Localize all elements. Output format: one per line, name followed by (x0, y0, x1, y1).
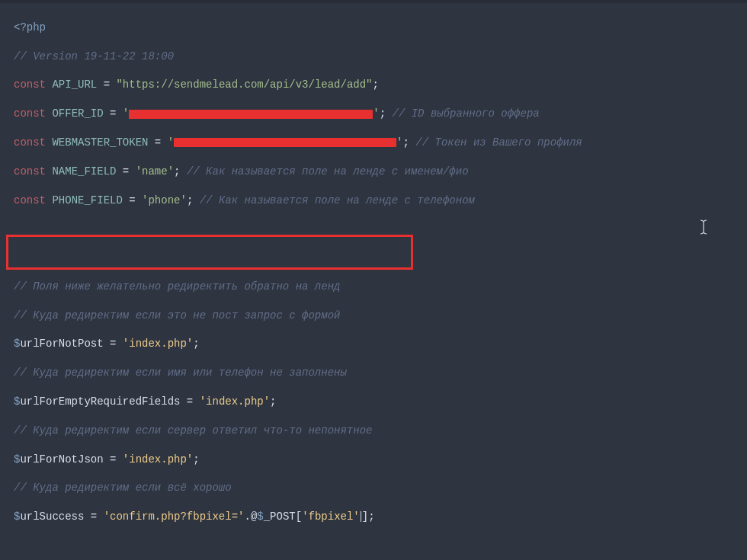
comment-name-field: // Как называется поле на ленде с именем… (187, 165, 469, 178)
var-post: _POST (264, 510, 296, 523)
comment-success: // Куда редиректим если всё хорошо (14, 482, 232, 494)
comment-empty: // Куда редиректим если имя или телефон … (14, 366, 347, 379)
comment-version: // Version 19-11-22 18:00 (14, 50, 174, 62)
const-name-field: NAME_FIELD (52, 165, 116, 178)
const-offer-id: OFFER_ID (52, 107, 103, 120)
var-urlfornotjson: urlForNotJson (20, 453, 103, 466)
const-phone-field: PHONE_FIELD (52, 194, 122, 206)
str-quote: ' (373, 107, 379, 120)
var-urlfornotpost: urlForNotPost (20, 338, 103, 350)
comment-redirect: // Поля ниже желательно редиректить обра… (14, 280, 340, 293)
str-quote: ' (123, 107, 129, 120)
const-webmaster: WEBMASTER_TOKEN (52, 136, 148, 149)
code-editor[interactable]: <?php // Version 19-11-22 18:00 const AP… (0, 3, 747, 560)
str-quote: ' (168, 136, 174, 149)
kw-const: const (14, 78, 46, 91)
kw-const: const (14, 165, 46, 178)
var-urlforempty: urlForEmptyRequiredFields (20, 395, 180, 408)
str-fbpixel: 'fbpixel' (302, 510, 360, 523)
comment-notjson: // Куда редиректим если сервер ответил ч… (14, 424, 372, 437)
str-indexphp: 'index.php' (123, 453, 193, 466)
text-caret (361, 511, 361, 522)
var-urlsuccess: urlSuccess (20, 510, 84, 523)
php-open-tag: <?php (14, 21, 46, 34)
const-api-url: API_URL (52, 78, 97, 91)
redacted-offer-id (129, 110, 373, 119)
kw-const: const (14, 107, 46, 120)
str-confirmphp: 'confirm.php?fbpixel=' (104, 510, 245, 523)
str-indexphp: 'index.php' (123, 338, 193, 350)
str-indexphp: 'index.php' (200, 395, 270, 408)
kw-const: const (14, 194, 46, 206)
str-phone: 'phone' (142, 194, 187, 206)
str-api-url: "https://sendmelead.com/api/v3/lead/add" (116, 78, 372, 91)
comment-phone-field: // Как называется поле на ленде с телефо… (200, 194, 475, 206)
kw-const: const (14, 136, 46, 149)
redacted-token (174, 138, 396, 147)
comment-notpost: // Куда редиректим если это не пост запр… (14, 309, 340, 322)
comment-webmaster: // Токен из Вашего профиля (415, 136, 582, 149)
str-name: 'name' (136, 165, 174, 178)
comment-offer-id: // ID выбранного оффера (392, 107, 539, 120)
